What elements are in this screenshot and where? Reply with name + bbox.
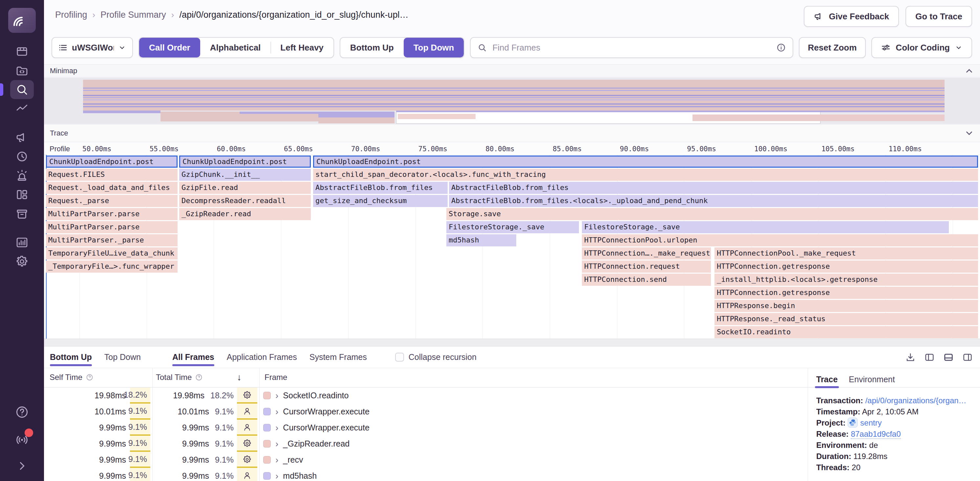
frame-cell[interactable]: ›SocketIO.readinto (257, 387, 808, 403)
sort-alphabetical-button[interactable]: Alphabetical (200, 38, 271, 57)
sidebar-item-settings[interactable] (10, 252, 34, 271)
question-icon[interactable] (86, 373, 94, 381)
sidebar-item-search[interactable] (10, 80, 34, 99)
flame-frame[interactable]: GzipChunk.__init__ (179, 169, 311, 181)
frame-table-row[interactable]: 19.98ms18.2%19.98ms18.2%›SocketIO.readin… (44, 387, 808, 403)
expand-row-icon[interactable]: › (275, 423, 278, 432)
expand-row-icon[interactable]: › (275, 456, 278, 465)
frame-table-row[interactable]: 10.01ms9.1%10.01ms9.1%›CursorWrapper.exe… (44, 403, 808, 420)
flame-frame[interactable]: MultiPartParser._parse (46, 234, 178, 246)
flame-frame[interactable]: HTTPConnection.getresponse (714, 260, 978, 273)
sidebar-item-metrics[interactable] (10, 99, 34, 118)
give-feedback-button[interactable]: Give Feedback (804, 6, 899, 27)
flame-frame[interactable]: AbstractFileBlob.from_files (449, 182, 978, 194)
flame-frame[interactable]: SocketIO.readinto (714, 326, 978, 338)
minimap[interactable] (44, 78, 980, 124)
collapse-recursion-toggle[interactable]: Collapse recursion (395, 352, 477, 362)
info-icon[interactable] (776, 43, 786, 52)
panel-resize-handle[interactable] (44, 339, 980, 346)
flame-frame[interactable]: MultiPartParser.parse (46, 221, 178, 233)
sidebar-item-alerts[interactable] (10, 166, 34, 185)
column-self-time[interactable]: Self Time (49, 373, 94, 382)
find-frames-input[interactable] (492, 42, 771, 53)
tab-system-frames[interactable]: System Frames (310, 346, 367, 368)
frame-cell[interactable]: ›_GzipReader.read (257, 436, 808, 452)
layout-left-icon[interactable] (924, 352, 935, 362)
column-total-time[interactable]: Total Time (156, 373, 203, 382)
frame-kind-badge[interactable] (237, 452, 257, 468)
flame-frame[interactable]: get_size_and_checksum (313, 195, 448, 207)
layout-right-icon[interactable] (962, 352, 973, 362)
flame-frame[interactable]: Storage.save (446, 208, 978, 220)
frame-table-row[interactable]: 9.99ms9.1%9.99ms9.1%›_recv (44, 452, 808, 468)
find-frames-search[interactable] (470, 37, 793, 58)
flame-frame[interactable]: HTTPConnectionPool.urlopen (582, 234, 978, 246)
expand-row-icon[interactable]: › (275, 391, 278, 400)
flame-frame[interactable]: Request._load_data_and_files (46, 182, 178, 194)
flame-frame[interactable]: Request.FILES (46, 169, 178, 181)
sort-call-order-button[interactable]: Call Order (139, 38, 200, 57)
layout-bottom-icon[interactable] (943, 352, 954, 362)
flame-frame[interactable]: HTTPConnectionPool._make_request (714, 248, 978, 260)
collapse-recursion-checkbox[interactable] (395, 353, 404, 362)
frame-kind-badge[interactable] (237, 468, 257, 481)
flame-frame[interactable]: start_child_span_decorator.<locals>.func… (313, 169, 978, 181)
frame-kind-badge[interactable] (237, 436, 257, 452)
thread-selector[interactable]: uWSGIWor… (51, 37, 133, 58)
frame-cell[interactable]: ›CursorWrapper.execute (257, 403, 808, 420)
breadcrumb-profiling[interactable]: Profiling (55, 10, 87, 20)
flame-frame[interactable]: DecompressReader.readall (179, 195, 311, 207)
tab-top-down[interactable]: Top Down (104, 346, 141, 368)
sort-direction-icon[interactable]: ↓ (237, 372, 242, 383)
flame-frame[interactable]: Request._parse (46, 195, 178, 207)
flame-frame[interactable]: AbstractFileBlob.from_files (313, 182, 448, 194)
collapse-trace-icon[interactable] (964, 128, 974, 138)
frame-cell[interactable]: ›_recv (257, 452, 808, 468)
reset-zoom-button[interactable]: Reset Zoom (799, 37, 866, 58)
flame-frame[interactable]: HTTPConnection…._make_request (582, 248, 711, 260)
flame-frame[interactable]: AbstractFileBlob.from_files.<locals>._up… (449, 195, 978, 207)
release-link[interactable]: 87aab1d9cfa0 (851, 430, 900, 439)
flame-frame[interactable]: _install_httplib.<locals>.getresponse (714, 274, 978, 286)
sidebar-item-explore-code[interactable] (10, 61, 34, 80)
sentry-logo[interactable] (8, 8, 36, 33)
color-coding-button[interactable]: Color Coding (871, 37, 972, 58)
frame-cell[interactable]: ›CursorWrapper.execute (257, 420, 808, 436)
top-down-button[interactable]: Top Down (404, 38, 464, 57)
expand-row-icon[interactable]: › (275, 407, 278, 416)
flame-frame[interactable]: MultiPartParser.parse (46, 208, 178, 220)
frame-kind-badge[interactable] (237, 403, 257, 420)
sidebar-item-stats[interactable] (10, 233, 34, 252)
expand-sidebar-icon[interactable] (13, 457, 31, 475)
flame-frame[interactable]: ChunkUploadEndpoint.post (46, 156, 178, 168)
collapse-minimap-icon[interactable] (964, 66, 974, 76)
tab-bottom-up[interactable]: Bottom Up (50, 346, 92, 368)
expand-row-icon[interactable]: › (275, 471, 278, 481)
flame-frame[interactable]: md5hash (446, 234, 516, 246)
column-frame[interactable]: Frame (264, 373, 287, 382)
flame-frame[interactable]: FilestoreStorage._save (446, 221, 579, 233)
flame-frame[interactable]: FilestoreStorage._save (582, 221, 949, 233)
flame-frame[interactable]: ChunkUploadEndpoint.post (313, 156, 978, 168)
details-tab-trace[interactable]: Trace (816, 375, 838, 384)
frame-table-row[interactable]: 9.99ms9.1%9.99ms9.1%›_GzipReader.read (44, 436, 808, 452)
frame-table-row[interactable]: 9.99ms9.1%9.99ms9.1%›CursorWrapper.execu… (44, 420, 808, 436)
breadcrumb-profile-summary[interactable]: Profile Summary (100, 10, 166, 20)
frame-kind-badge[interactable] (237, 420, 257, 436)
sidebar-item-issues[interactable] (10, 42, 34, 61)
flame-frame[interactable]: HTTPResponse._read_status (714, 313, 978, 325)
frame-kind-badge[interactable] (237, 387, 257, 403)
project-link[interactable]: sentry (860, 418, 881, 427)
sidebar-item-releases[interactable] (10, 204, 34, 223)
go-to-trace-button[interactable]: Go to Trace (905, 6, 972, 27)
flame-frame[interactable]: HTTPConnection.getresponse (714, 287, 978, 299)
flame-frame[interactable]: HTTPConnection.send (582, 274, 711, 286)
frame-cell[interactable]: ›md5hash (257, 468, 808, 481)
frame-table-row[interactable]: 9.99ms9.1%9.99ms9.1%›md5hash (44, 468, 808, 481)
sidebar-item-replays[interactable] (10, 147, 34, 166)
question-icon[interactable] (195, 373, 203, 381)
flame-frame[interactable]: _GzipReader.read (179, 208, 311, 220)
bottom-up-button[interactable]: Bottom Up (340, 38, 404, 57)
tab-all-frames[interactable]: All Frames (172, 346, 214, 368)
flame-frame[interactable]: ChunkUploadEndpoint.post (179, 156, 311, 168)
